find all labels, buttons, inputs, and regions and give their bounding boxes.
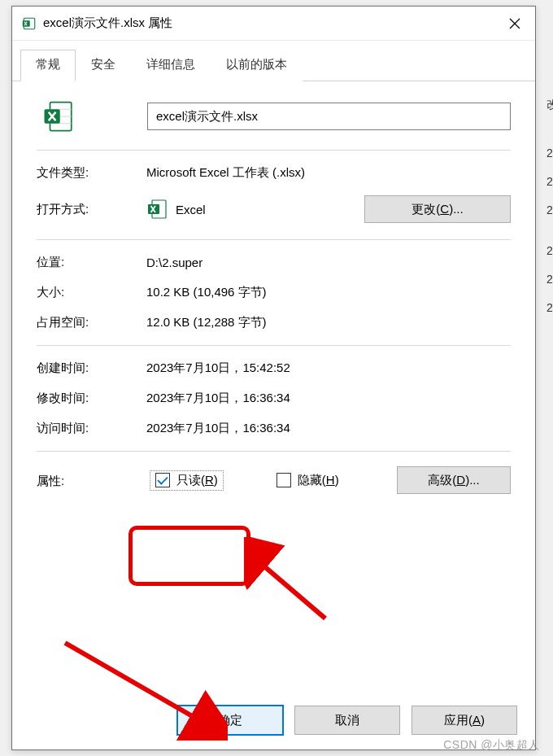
- separator: [37, 451, 511, 452]
- tab-previous-versions[interactable]: 以前的版本: [211, 50, 303, 81]
- separator: [37, 150, 511, 151]
- openwith-label: 打开方式:: [37, 202, 146, 217]
- tab-details[interactable]: 详细信息: [131, 50, 211, 81]
- excel-app-icon: [146, 199, 168, 220]
- svg-rect-1: [23, 20, 30, 27]
- location-value: D:\2.super: [146, 256, 511, 269]
- advanced-button[interactable]: 高级(D)...: [397, 466, 511, 494]
- close-icon: [509, 18, 520, 29]
- titlebar: excel演示文件.xlsx 属性: [12, 7, 535, 41]
- separator: [37, 239, 511, 240]
- attributes-label: 属性:: [37, 472, 134, 489]
- accessed-value: 2023年7月10日，16:36:34: [146, 421, 511, 436]
- checkbox-icon: [276, 473, 291, 487]
- filetype-label: 文件类型:: [37, 165, 146, 181]
- filename-input[interactable]: [147, 103, 511, 130]
- diskspace-value: 12.0 KB (12,288 字节): [146, 315, 511, 330]
- excel-file-icon-large: [41, 99, 76, 133]
- ok-button[interactable]: 确定: [177, 706, 283, 735]
- separator: [37, 345, 511, 346]
- modified-label: 修改时间:: [37, 391, 146, 406]
- apply-button[interactable]: 应用(A): [411, 706, 517, 735]
- filetype-value: Microsoft Excel 工作表 (.xlsx): [146, 165, 511, 181]
- modified-value: 2023年7月10日，16:36:34: [146, 391, 511, 406]
- tab-content: 文件类型: Microsoft Excel 工作表 (.xlsx) 打开方式: …: [12, 81, 535, 502]
- readonly-checkbox[interactable]: 只读(R): [150, 471, 223, 490]
- cancel-button[interactable]: 取消: [294, 706, 400, 735]
- size-label: 大小:: [37, 285, 146, 300]
- created-label: 创建时间:: [37, 361, 146, 376]
- close-button[interactable]: [496, 7, 533, 40]
- excel-file-icon: [22, 16, 37, 31]
- hidden-label: 隐藏(H): [298, 473, 339, 488]
- openwith-app: Excel: [176, 203, 206, 216]
- dialog-footer: 确定 取消 应用(A): [177, 706, 517, 735]
- location-label: 位置:: [37, 255, 146, 270]
- window-title: excel演示文件.xlsx 属性: [43, 15, 496, 31]
- readonly-label: 只读(R): [176, 473, 218, 488]
- tab-strip: 常规 安全 详细信息 以前的版本: [12, 41, 535, 81]
- created-value: 2023年7月10日，15:42:52: [146, 361, 511, 376]
- checkbox-icon: [155, 473, 170, 487]
- hidden-checkbox[interactable]: 隐藏(H): [272, 471, 344, 490]
- watermark: CSDN @小奥超人: [443, 738, 540, 753]
- tab-security[interactable]: 安全: [76, 50, 131, 81]
- size-value: 10.2 KB (10,496 字节): [146, 285, 511, 300]
- properties-dialog: excel演示文件.xlsx 属性 常规 安全 详细信息 以前的版本 文件类型:…: [11, 6, 536, 750]
- diskspace-label: 占用空间:: [37, 315, 146, 330]
- change-button[interactable]: 更改(C)...: [364, 195, 511, 223]
- tab-general[interactable]: 常规: [20, 50, 76, 81]
- accessed-label: 访问时间:: [37, 421, 146, 436]
